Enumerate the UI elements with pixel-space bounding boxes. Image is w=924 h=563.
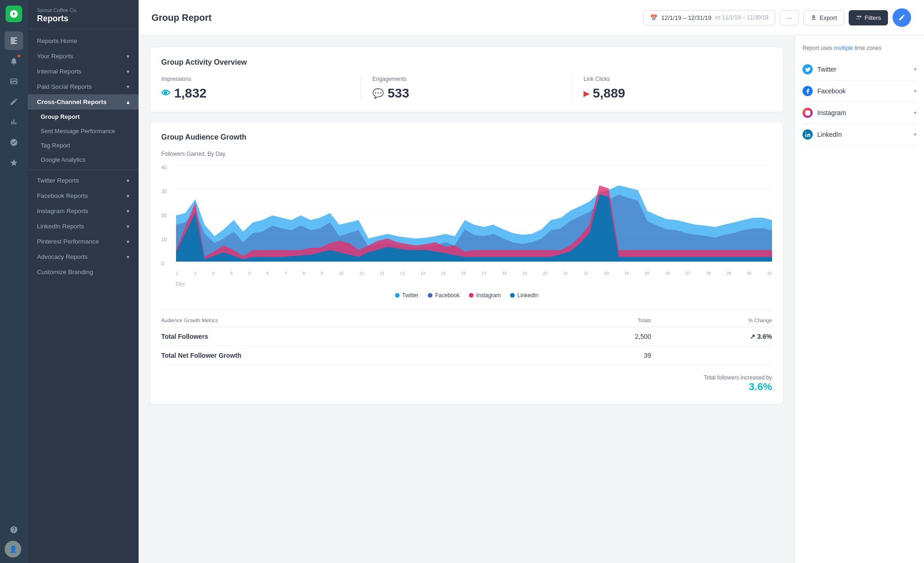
user-avatar[interactable]: 👤 bbox=[5, 541, 21, 557]
timezone-link[interactable]: multiple bbox=[834, 45, 853, 51]
nav-pinterest-performance[interactable]: Pinterest Performance ▾ bbox=[28, 234, 139, 249]
x-axis-label: Dec bbox=[161, 281, 772, 287]
legend-twitter: Twitter bbox=[395, 292, 419, 299]
facebook-channel-name: Facebook bbox=[817, 87, 845, 95]
activity-overview-card: Group Activity Overview Impressions 👁 1,… bbox=[150, 47, 784, 112]
app-logo[interactable] bbox=[6, 6, 22, 22]
channel-twitter[interactable]: Twitter ▾ bbox=[802, 59, 917, 80]
nav-sent-message-perf[interactable]: Sent Message Performance bbox=[28, 124, 139, 138]
channel-instagram-left: Instagram bbox=[802, 108, 846, 118]
facebook-color-dot bbox=[428, 293, 432, 298]
nav-star-icon[interactable] bbox=[5, 153, 23, 172]
twitter-chevron-icon: ▾ bbox=[914, 66, 917, 73]
channel-linkedin-left: LinkedIn bbox=[802, 129, 842, 140]
channel-linkedin[interactable]: LinkedIn ▾ bbox=[802, 124, 917, 146]
col-totals-header: Totals bbox=[569, 318, 651, 327]
audience-growth-card: Group Audience Growth Followers Gained, … bbox=[150, 122, 784, 404]
chevron-down-icon: ▾ bbox=[127, 239, 129, 245]
legend-facebook: Facebook bbox=[428, 292, 460, 299]
nav-analytics-icon[interactable] bbox=[5, 113, 23, 131]
linkedin-channel-icon bbox=[802, 129, 813, 140]
linkedin-channel-name: LinkedIn bbox=[817, 131, 842, 138]
impressions-label: Impressions bbox=[161, 76, 350, 82]
help-icon[interactable] bbox=[5, 520, 23, 539]
facebook-reports-label: Facebook Reports bbox=[37, 192, 88, 199]
sidebar-nav: Reports Home Your Reports ▾ Internal Rep… bbox=[28, 30, 139, 563]
filter-button[interactable]: Filters bbox=[849, 10, 888, 25]
nav-notifications-icon[interactable] bbox=[5, 52, 23, 70]
legend-instagram-label: Instagram bbox=[476, 292, 501, 299]
calendar-icon: 📅 bbox=[650, 14, 657, 21]
y-label-0: 0 bbox=[161, 261, 174, 266]
sidebar-header: Sprout Coffee Co. Reports bbox=[28, 0, 139, 30]
nav-internal-reports[interactable]: Internal Reports ▾ bbox=[28, 64, 139, 79]
nav-twitter-reports[interactable]: Twitter Reports ▾ bbox=[28, 173, 139, 188]
nav-compose-icon[interactable] bbox=[5, 92, 23, 111]
more-button[interactable]: ··· bbox=[780, 10, 799, 25]
nav-facebook-reports[interactable]: Facebook Reports ▾ bbox=[28, 188, 139, 203]
channel-facebook-left: Facebook bbox=[802, 86, 845, 96]
metric-net-growth: Total Net Follower Growth bbox=[161, 346, 569, 365]
edit-icon bbox=[898, 14, 906, 21]
channel-facebook[interactable]: Facebook ▾ bbox=[802, 80, 917, 102]
chevron-down-icon: ▾ bbox=[127, 177, 129, 184]
edit-button[interactable] bbox=[893, 8, 911, 27]
nav-reports-home[interactable]: Reports Home bbox=[28, 33, 139, 49]
export-label: Export bbox=[820, 14, 837, 21]
y-label-20: 20 bbox=[161, 213, 174, 218]
content-area: Group Activity Overview Impressions 👁 1,… bbox=[139, 36, 924, 563]
chart-legend: Twitter Facebook Instagram LinkedIn bbox=[161, 292, 772, 299]
channel-instagram[interactable]: Instagram ▾ bbox=[802, 102, 917, 124]
legend-twitter-label: Twitter bbox=[402, 292, 419, 299]
nav-tasks-icon[interactable] bbox=[5, 133, 23, 152]
engagements-value: 💬 533 bbox=[372, 86, 561, 101]
chevron-down-icon: ▾ bbox=[127, 53, 129, 60]
linkedin-color-dot bbox=[510, 293, 515, 298]
stats-row: Impressions 👁 1,832 Engagements 💬 533 bbox=[161, 76, 772, 101]
timezone-prefix: Report uses bbox=[802, 45, 833, 51]
instagram-chevron-icon: ▾ bbox=[914, 110, 917, 116]
total-followers-pct: ↗ 3.6% bbox=[651, 327, 772, 346]
nav-inbox-icon[interactable] bbox=[5, 72, 23, 91]
svg-point-6 bbox=[805, 132, 806, 133]
nav-advocacy-reports[interactable]: Advocacy Reports ▾ bbox=[28, 249, 139, 264]
legend-facebook-label: Facebook bbox=[435, 292, 460, 299]
company-name: Sprout Coffee Co. bbox=[37, 7, 129, 13]
y-axis: 0 10 20 30 40 bbox=[161, 165, 174, 266]
filter-icon bbox=[856, 14, 862, 21]
vs-date-range: vs 11/1/19 – 11/30/19 bbox=[715, 14, 768, 21]
activity-overview-title: Group Activity Overview bbox=[161, 58, 772, 67]
nav-your-reports[interactable]: Your Reports ▾ bbox=[28, 49, 139, 64]
nav-tag-report[interactable]: Tag Report bbox=[28, 138, 139, 153]
audience-metrics-table: Audience Growth Metrics Totals % Change … bbox=[161, 318, 772, 365]
sidebar-title: Reports bbox=[37, 14, 129, 24]
nav-group-report[interactable]: Group Report bbox=[28, 110, 139, 124]
engagements-number: 533 bbox=[388, 86, 409, 101]
x-axis: 1234567891011121314151617181920212223242… bbox=[176, 271, 772, 275]
cross-channel-label: Cross-Channel Reports bbox=[37, 98, 107, 105]
chevron-down-icon: ▾ bbox=[127, 84, 129, 90]
nav-cross-channel[interactable]: Cross-Channel Reports ▴ bbox=[28, 94, 139, 110]
nav-customize-branding[interactable]: Customize Branding bbox=[28, 264, 139, 280]
nav-instagram-reports[interactable]: Instagram Reports ▾ bbox=[28, 203, 139, 219]
aside-section: Total followers increased by 3.6% bbox=[161, 365, 772, 393]
instagram-color-dot bbox=[469, 293, 474, 298]
chevron-down-icon: ▾ bbox=[127, 68, 129, 75]
stat-engagements: Engagements 💬 533 bbox=[361, 76, 572, 101]
export-button[interactable]: Export bbox=[803, 10, 844, 25]
nav-linkedin-reports[interactable]: LinkedIn Reports ▾ bbox=[28, 219, 139, 234]
col-metric-header: Audience Growth Metrics bbox=[161, 318, 569, 327]
nav-google-analytics[interactable]: Google Analytics bbox=[28, 153, 139, 167]
date-range-button[interactable]: 📅 12/1/19 – 12/31/19 vs 11/1/19 – 11/30/… bbox=[643, 10, 775, 25]
legend-instagram: Instagram bbox=[469, 292, 501, 299]
y-label-40: 40 bbox=[161, 165, 174, 170]
twitter-color-dot bbox=[395, 293, 400, 298]
nav-paid-social[interactable]: Paid Social Reports ▾ bbox=[28, 79, 139, 94]
nav-reports-icon[interactable] bbox=[5, 31, 23, 50]
table-row: Total Net Follower Growth 39 bbox=[161, 346, 772, 365]
your-reports-label: Your Reports bbox=[37, 53, 73, 60]
impressions-number: 1,832 bbox=[174, 86, 207, 101]
header-actions: 📅 12/1/19 – 12/31/19 vs 11/1/19 – 11/30/… bbox=[643, 8, 911, 27]
aside-note-block: Total followers increased by 3.6% bbox=[704, 369, 772, 393]
net-growth-pct bbox=[651, 346, 772, 365]
